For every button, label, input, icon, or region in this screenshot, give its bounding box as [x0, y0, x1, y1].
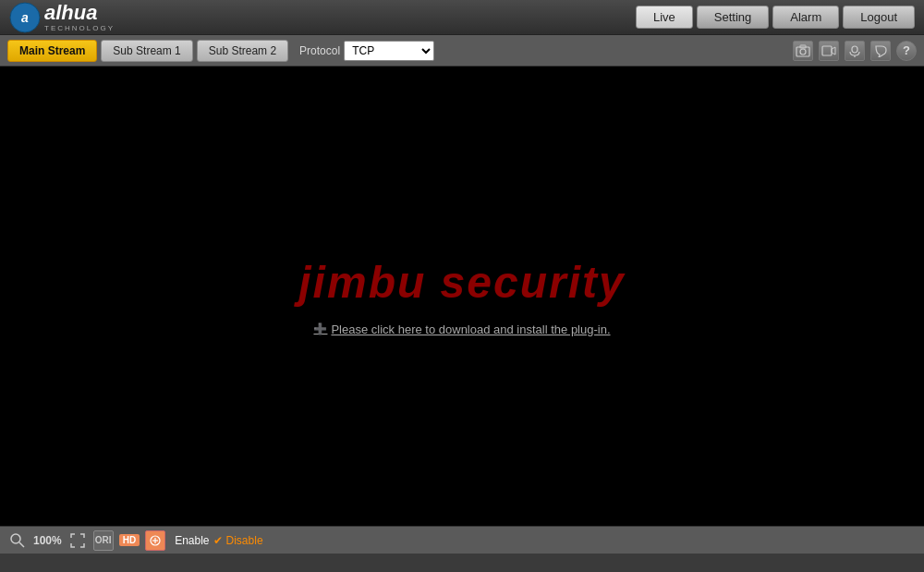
help-icon-text: ? — [903, 43, 910, 57]
main-stream-button[interactable]: Main Stream — [7, 40, 97, 62]
hd-badge[interactable]: HD — [119, 534, 140, 546]
original-size-label: ORI — [95, 535, 112, 545]
logo-wrapper: a alhua TECHNOLOGY — [9, 2, 115, 33]
color-icon[interactable] — [145, 530, 165, 551]
sub-stream1-button[interactable]: Sub Stream 1 — [101, 40, 192, 62]
enable-disable-controls: Enable ✔ Disable — [175, 534, 262, 547]
hd-label: HD — [123, 535, 136, 545]
zoom-icon[interactable] — [7, 530, 28, 551]
logo-sub-text: TECHNOLOGY — [44, 24, 115, 32]
nav-logout-button[interactable]: Logout — [843, 6, 915, 29]
fullscreen-icon[interactable] — [67, 530, 88, 551]
toolbar: Main Stream Sub Stream 1 Sub Stream 2 Pr… — [0, 35, 924, 67]
logo-top: a alhua TECHNOLOGY — [9, 2, 115, 33]
svg-line-10 — [19, 542, 24, 547]
plugin-download-link[interactable]: Please click here to download and instal… — [313, 323, 610, 336]
zoom-percent: 100% — [33, 534, 62, 547]
brand-text: jimbu security — [298, 257, 625, 308]
logo-main-text: alhua — [44, 3, 115, 23]
logo-area: a alhua TECHNOLOGY — [9, 2, 115, 33]
svg-point-3 — [800, 49, 806, 55]
enable-label: Enable — [175, 534, 209, 547]
protocol-select[interactable]: TCP UDP MULTICAST — [344, 41, 434, 61]
audio-icon[interactable] — [845, 41, 865, 61]
svg-point-9 — [11, 534, 20, 543]
nav-live-button[interactable]: Live — [636, 6, 693, 29]
check-mark: ✔ — [213, 534, 223, 547]
toolbar-right: ? — [793, 41, 917, 61]
disable-label: Disable — [226, 534, 263, 547]
talk-icon[interactable] — [870, 41, 891, 61]
sub-stream2-button[interactable]: Sub Stream 2 — [197, 40, 288, 62]
bottom-bar: 100% ORI HD Enable ✔ Disable — [0, 526, 924, 554]
protocol-label: Protocol — [299, 44, 340, 57]
svg-rect-5 — [822, 46, 832, 55]
svg-rect-7 — [852, 46, 857, 53]
original-size-icon[interactable]: ORI — [93, 530, 114, 551]
svg-text:a: a — [21, 10, 29, 25]
header: a alhua TECHNOLOGY Live Setting Alarm Lo… — [0, 0, 924, 35]
snapshot-icon[interactable] — [793, 41, 813, 61]
video-area: jimbu security Please click here to down… — [0, 67, 924, 526]
dahua-logo-icon: a — [9, 2, 41, 33]
help-icon[interactable]: ? — [896, 41, 917, 61]
record-icon[interactable] — [819, 41, 839, 61]
nav-alarm-button[interactable]: Alarm — [772, 6, 839, 29]
nav-setting-button[interactable]: Setting — [697, 6, 769, 29]
nav-buttons: Live Setting Alarm Logout — [636, 6, 915, 29]
